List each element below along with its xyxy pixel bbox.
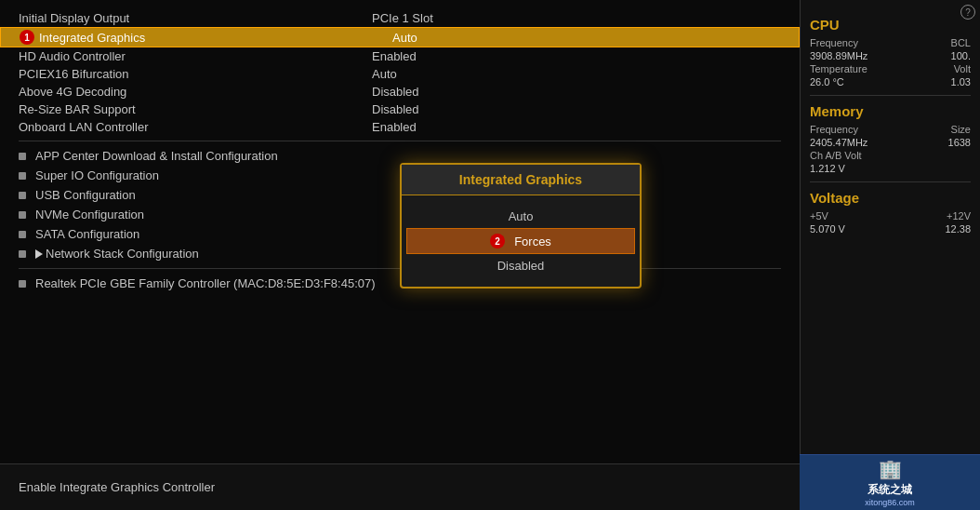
help-icon[interactable]: ? <box>960 5 975 20</box>
setting-value-pcie-bif: Auto <box>372 67 397 81</box>
bullet-label-superio: Super IO Configuration <box>35 168 159 182</box>
cpu-bcl-label: BCL <box>951 37 971 48</box>
bullet-row-appcenter[interactable]: APP Center Download & Install Configurat… <box>0 146 800 166</box>
mem-volt-label: Ch A/B Volt <box>810 150 862 161</box>
setting-value-initial-display: PCIe 1 Slot <box>372 11 433 25</box>
watermark-text-line1: 系统之城 <box>867 482 912 498</box>
status-text: Enable Integrate Graphics Controller <box>19 480 215 494</box>
setting-value-onboard-lan: Enabled <box>372 120 417 134</box>
bullet-icon-network <box>19 250 26 258</box>
cursor-indicator <box>35 249 43 259</box>
popup-option-disabled[interactable]: Disabled <box>402 254 640 277</box>
cpu-frequency-row: Frequency BCL <box>810 37 971 48</box>
mem-volt-value: 1.212 V <box>810 163 845 174</box>
setting-value-hd-audio: Enabled <box>372 49 417 63</box>
cpu-bcl-value: 100. <box>951 50 971 61</box>
mem-freq-values-row: 2405.47MHz 1638 <box>810 137 971 148</box>
bullet-label-network: Network Stack Configuration <box>35 247 199 261</box>
setting-name-integrated-graphics: Integrated Graphics <box>39 31 392 45</box>
voltage-values-row: 5.070 V 12.38 <box>810 223 971 235</box>
badge-2: 2 <box>490 234 505 248</box>
cpu-section-title: CPU <box>810 17 971 33</box>
bullet-icon-nvme <box>19 211 26 219</box>
v12-value: 12.38 <box>945 223 971 235</box>
bullet-icon-superio <box>19 172 26 180</box>
watermark-text-line2: xitong86.com <box>865 498 915 507</box>
setting-value-integrated-graphics: Auto <box>392 31 417 45</box>
bullet-label-nvme: NVMe Configuration <box>35 208 144 221</box>
badge-1: 1 <box>20 30 34 45</box>
panel-divider-1 <box>810 95 971 96</box>
popup-dialog: Integrated Graphics Auto 2 Forces Disabl… <box>400 163 642 289</box>
mem-volt-label-row: Ch A/B Volt <box>810 150 971 161</box>
mem-freq-labels-row: Frequency Size <box>810 124 971 135</box>
popup-option-auto[interactable]: Auto <box>402 205 640 228</box>
mem-volt-value-row: 1.212 V <box>810 163 971 174</box>
setting-row-hd-audio[interactable]: HD Audio Controller Enabled <box>0 47 800 65</box>
setting-row-pcie-bif[interactable]: PCIEX16 Bifurcation Auto <box>0 65 800 83</box>
bullet-icon-appcenter <box>19 153 26 160</box>
watermark-logo: 🏢 系统之城 xitong86.com <box>865 458 915 507</box>
setting-name-resize-bar: Re-Size BAR Support <box>19 102 372 116</box>
memory-section-title: Memory <box>810 103 971 119</box>
setting-row-integrated-graphics[interactable]: 1 Integrated Graphics Auto <box>0 27 800 47</box>
popup-options: Auto 2 Forces Disabled <box>402 195 640 287</box>
setting-row-resize-bar[interactable]: Re-Size BAR Support Disabled <box>0 101 800 118</box>
bullet-label-sata: SATA Configuration <box>35 227 139 241</box>
mem-freq-label: Frequency <box>810 124 858 135</box>
setting-name-above4g: Above 4G Decoding <box>19 85 372 99</box>
cpu-volt-value: 1.03 <box>951 76 971 87</box>
bullet-icon-usb <box>19 192 26 199</box>
mem-size-label: Size <box>951 124 971 135</box>
cpu-temp-label: Temperature <box>810 63 867 74</box>
cpu-frequency-value-row: 3908.89MHz 100. <box>810 50 971 61</box>
setting-name-initial-display: Initial Display Output <box>19 11 372 25</box>
bullet-label-appcenter: APP Center Download & Install Configurat… <box>35 149 278 163</box>
setting-name-hd-audio: HD Audio Controller <box>19 49 372 63</box>
v5-value: 5.070 V <box>810 223 845 235</box>
bullet-label-realtek: Realtek PCIe GBE Family Controller (MAC:… <box>35 276 376 290</box>
cpu-temp-values-row: 26.0 °C 1.03 <box>810 76 971 87</box>
setting-row-onboard-lan[interactable]: Onboard LAN Controller Enabled <box>0 118 800 136</box>
mem-freq-value: 2405.47MHz <box>810 137 867 148</box>
cpu-freq-value: 3908.89MHz <box>810 50 867 61</box>
bullet-label-usb: USB Configuration <box>35 188 136 202</box>
v12-label: +12V <box>947 210 971 221</box>
voltage-labels-row: +5V +12V <box>810 210 971 221</box>
cpu-freq-label: Frequency <box>810 37 858 48</box>
popup-option-forces[interactable]: 2 Forces <box>406 228 635 254</box>
cpu-temp-value: 26.0 °C <box>810 76 844 87</box>
separator-1 <box>19 141 781 141</box>
setting-row-above4g[interactable]: Above 4G Decoding Disabled <box>0 83 800 101</box>
bullet-icon-sata <box>19 231 26 238</box>
setting-row-initial-display[interactable]: Initial Display Output PCIe 1 Slot <box>0 9 800 27</box>
right-panel: ? CPU Frequency BCL 3908.89MHz 100. Temp… <box>800 0 980 510</box>
cpu-temp-labels-row: Temperature Volt <box>810 63 971 74</box>
status-bar: Enable Integrate Graphics Controller <box>0 463 800 510</box>
panel-divider-2 <box>810 181 971 182</box>
setting-value-resize-bar: Disabled <box>372 102 419 116</box>
setting-name-onboard-lan: Onboard LAN Controller <box>19 120 372 134</box>
watermark: 🏢 系统之城 xitong86.com <box>800 454 980 510</box>
mem-size-value: 1638 <box>948 137 971 148</box>
v5-label: +5V <box>810 210 828 221</box>
cpu-volt-label: Volt <box>954 63 971 74</box>
bullet-icon-realtek <box>19 280 26 288</box>
watermark-building-icon: 🏢 <box>879 458 902 480</box>
popup-title: Integrated Graphics <box>402 165 640 195</box>
setting-value-above4g: Disabled <box>372 85 419 99</box>
setting-name-pcie-bif: PCIEX16 Bifurcation <box>19 67 372 81</box>
voltage-section-title: Voltage <box>810 190 971 206</box>
